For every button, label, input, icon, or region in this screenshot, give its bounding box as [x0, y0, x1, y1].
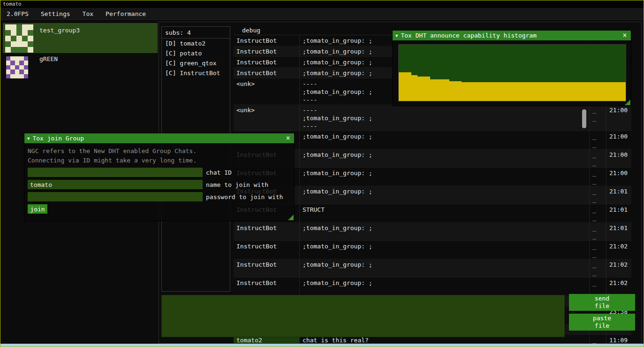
sidebar-item-test_group3[interactable]: test_group3 [3, 23, 158, 53]
histogram-bar [588, 82, 594, 101]
join-group-titlebar[interactable]: ▼ Tox join Group × [24, 133, 294, 143]
member-item[interactable]: [D] tomato2 [162, 39, 230, 48]
join-name-field[interactable] [28, 180, 203, 189]
histogram-bar [538, 82, 544, 101]
message-time: 21:01 [606, 186, 631, 204]
message-row[interactable]: InstructBot;tomato_in_group: ;_ _21:02 [234, 259, 631, 278]
resize-grip[interactable] [625, 100, 630, 105]
sender-name: InstructBot [234, 46, 299, 57]
histogram-bar [405, 72, 411, 101]
message-row[interactable]: <unk>---- ;tomato_in_group: ; ----_ _21:… [234, 105, 631, 131]
menu-performance[interactable]: Performance [99, 8, 152, 20]
member-item[interactable]: [C] InstructBot [162, 68, 230, 78]
join-group-window: ▼ Tox join Group × NGC refers to the New… [24, 133, 295, 221]
histogram-bar [493, 82, 500, 101]
message-time: 21:00 [606, 168, 631, 186]
histogram-bar [443, 79, 449, 101]
message-text: ;tomato_in_group: ; [299, 131, 589, 149]
paste-file-button[interactable]: paste file [569, 314, 635, 331]
histogram-bar [594, 82, 600, 101]
close-icon[interactable]: × [621, 31, 629, 39]
message-row[interactable]: InstructBot;tomato_in_group: ;_ _21:02 [234, 241, 631, 259]
message-time: 21:00 [606, 105, 631, 131]
message-time: 21:00 [606, 131, 631, 149]
message-flags: _ _ [589, 149, 606, 168]
collapse-arrow-icon[interactable]: ▼ [395, 33, 398, 38]
histogram-bar [462, 82, 468, 101]
histogram-bar [544, 82, 550, 101]
message-flags: _ _ [589, 278, 606, 296]
tab-debug[interactable]: debug [234, 26, 265, 34]
group-name: test_group3 [39, 27, 80, 34]
dht-histogram-titlebar[interactable]: ▼ Tox DHT announce capability histogram … [393, 31, 631, 40]
sender-name: InstructBot [234, 241, 299, 259]
histogram-bar [417, 77, 424, 101]
sender-name: InstructBot [234, 68, 299, 78]
sender-name: InstructBot [234, 57, 299, 68]
window-bottom-edge [0, 344, 644, 347]
histogram-bar [550, 82, 556, 101]
group-avatar-icon [5, 24, 33, 53]
message-time: 21:02 [606, 259, 631, 278]
group-name: gREEN [39, 55, 58, 62]
join-group-body: NGC refers to the New DHT enabled Group … [24, 143, 294, 221]
join-button[interactable]: join [28, 204, 47, 214]
dht-histogram-body [393, 40, 631, 106]
histogram-bar [569, 82, 575, 101]
collapse-arrow-icon[interactable]: ▼ [27, 136, 30, 141]
message-flags: _ _ [589, 259, 606, 278]
message-text: ---- ;tomato_in_group: ; ---- [299, 105, 589, 131]
message-flags: _ _ [589, 204, 606, 223]
histogram-bar [606, 82, 613, 101]
sender-name: InstructBot [234, 259, 299, 278]
message-flags: _ _ [589, 105, 606, 131]
histogram-bar [468, 82, 474, 101]
message-time: 21:01 [606, 223, 631, 241]
member-item[interactable]: [C] green_qtox [162, 58, 230, 68]
sidebar-item-gREEN[interactable]: gREEN [3, 54, 158, 82]
message-flags: _ _ [589, 186, 606, 204]
menu-settings[interactable]: Settings [35, 8, 76, 20]
dht-histogram-window: ▼ Tox DHT announce capability histogram … [392, 30, 631, 106]
window-titlebar[interactable]: tomato [0, 0, 644, 8]
histogram-bar [562, 82, 568, 101]
message-text: ;tomato_in_group: ; [299, 241, 589, 259]
join-password-label: password to join with [206, 193, 283, 200]
histogram-bar [556, 82, 562, 101]
message-text: ;tomato_in_group: ; [299, 259, 589, 278]
join-name-label: name to join with [206, 181, 268, 188]
message-input[interactable] [161, 295, 565, 337]
histogram-bar [437, 79, 443, 101]
message-flags: _ _ [589, 223, 606, 241]
message-row[interactable]: InstructBot;tomato_in_group: ;_ _21:01 [234, 223, 631, 241]
message-text: STRUCT [299, 204, 589, 223]
close-icon[interactable]: × [284, 134, 292, 142]
send-file-button[interactable]: send file [569, 294, 635, 311]
message-flags: _ _ [589, 168, 606, 186]
message-time: 21:02 [606, 278, 631, 296]
menu-tox[interactable]: Tox [76, 8, 99, 20]
histogram-plot [398, 44, 626, 101]
join-password-field[interactable] [28, 192, 203, 201]
histogram-bar [613, 82, 619, 101]
ngc-info-line: Connecting via ID might take a very long… [28, 156, 291, 165]
scrollbar-thumb[interactable] [582, 109, 586, 128]
message-text: ;tomato_in_group: ; [299, 186, 589, 204]
resize-grip[interactable] [288, 215, 294, 220]
histogram-bar [399, 72, 405, 101]
member-item[interactable]: [C] potato [162, 48, 230, 58]
histogram-bar [424, 77, 430, 101]
menu-bar: 2.0FPS Settings Tox Performance [0, 8, 644, 20]
histogram-bar [531, 82, 537, 101]
message-flags: _ _ [589, 131, 606, 149]
histogram-bar [619, 82, 625, 101]
message-text: ;tomato_in_group: ; [299, 278, 589, 296]
app-window: tomato 2.0FPS Settings Tox Performance t… [0, 0, 644, 347]
message-text: ;tomato_in_group: ; [299, 223, 589, 241]
message-row[interactable]: InstructBot;tomato_in_group: ;_ _21:02 [234, 278, 631, 296]
sender-name: <unk> [234, 78, 299, 105]
histogram-bar [455, 81, 462, 101]
sender-name: InstructBot [234, 35, 299, 46]
histogram-bar [518, 82, 524, 101]
chat-id-field[interactable] [28, 168, 203, 177]
